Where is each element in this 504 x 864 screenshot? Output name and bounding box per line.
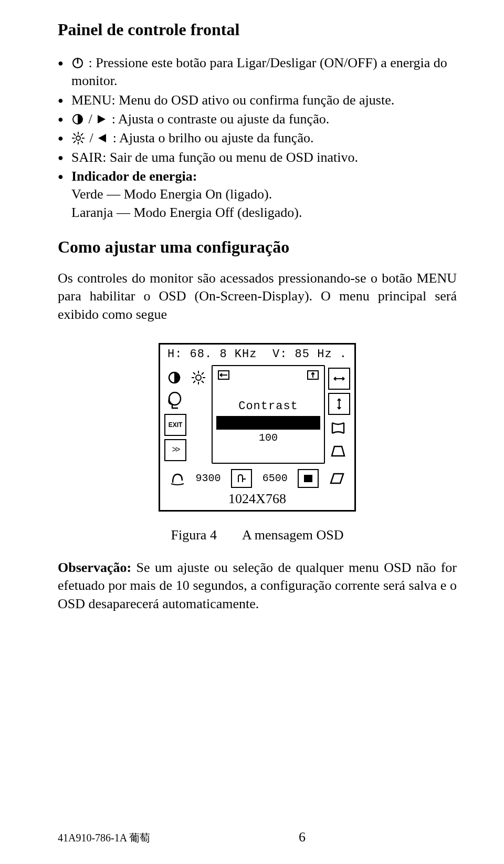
- osd-center-value: 100: [259, 432, 278, 444]
- hpos-icon: [217, 369, 230, 381]
- page-footer: 41A910-786-1A 葡萄 6 .: [58, 829, 457, 845]
- caption-right: A mensagem OSD: [242, 527, 344, 543]
- exit-icon: EXIT: [164, 414, 186, 436]
- bullet-bold: Indicador de energia:: [71, 169, 197, 184]
- play-left-icon: [97, 132, 108, 144]
- osd-panel: H: 68. 8 KHz V: 85 Hz . EXIT >>: [159, 343, 356, 512]
- caption-left: Figura 4: [171, 527, 217, 543]
- osd-left-column: EXIT >>: [163, 364, 187, 465]
- paragraph-observation: Observação: Se um ajuste ou seleção de q…: [58, 559, 457, 613]
- bullet-item: ● MENU: Menu do OSD ativo ou confirma fu…: [58, 91, 457, 109]
- osd-v-label: V: 85 Hz .: [272, 348, 347, 361]
- svg-line-9: [81, 141, 83, 143]
- osd-slider: [216, 416, 320, 430]
- vsize-icon: [328, 393, 350, 415]
- figure-osd: H: 68. 8 KHz V: 85 Hz . EXIT >>: [58, 343, 457, 512]
- paragraph-intro: Os controles do monitor são acessados pr…: [58, 269, 457, 324]
- bullet-line: Verde — Modo Energia On (ligado).: [71, 186, 272, 202]
- svg-line-11: [74, 141, 76, 143]
- bullet-item: ● / : Ajusta o contraste ou ajuste da fu…: [58, 110, 457, 128]
- bullet-dot: ●: [58, 91, 71, 109]
- bullet-item: ● SAIR: Sair de uma função ou menu de OS…: [58, 149, 457, 166]
- bullet-item: ● : Pressione este botão para Ligar/Desl…: [58, 54, 457, 90]
- observation-label: Observação:: [58, 560, 131, 575]
- contrast-icon: [164, 368, 184, 388]
- play-right-icon: [96, 113, 107, 125]
- bullet-line: Laranja — Modo Energia Off (desligado).: [71, 205, 302, 220]
- bullet-text: : Pressione este botão para Ligar/Deslig…: [71, 55, 447, 88]
- svg-point-13: [169, 392, 181, 405]
- bullet-dot: ●: [58, 129, 71, 147]
- bullet-dot: ●: [58, 110, 71, 128]
- bullet-dot: ●: [58, 54, 71, 72]
- vpos-icon: [306, 369, 320, 381]
- trapezoid-icon: [328, 441, 348, 461]
- power-icon: [71, 57, 84, 69]
- svg-rect-29: [304, 475, 312, 482]
- svg-point-14: [196, 375, 201, 380]
- bullet-text: MENU: Menu do OSD ativo ou confirma funç…: [71, 91, 457, 109]
- page-number: 6: [299, 829, 306, 845]
- bullet-text: : Ajusta o contraste ou ajuste da função…: [108, 111, 329, 127]
- osd-right-column: [327, 364, 351, 465]
- footer-left: 41A910-786-1A 葡萄: [58, 831, 150, 845]
- bullet-text: SAIR: Sair de uma função ou menu de OSD …: [71, 149, 457, 166]
- hsize-icon: [328, 368, 350, 390]
- heading-front-panel: Painel de controle frontal: [58, 20, 457, 39]
- color-box-icon: [298, 469, 319, 488]
- pincushion-icon: [328, 418, 348, 438]
- osd-6500: 6500: [262, 472, 288, 484]
- osd-left-column-2: [187, 364, 209, 465]
- svg-line-10: [81, 133, 83, 136]
- brightness-icon: [71, 131, 85, 145]
- svg-point-3: [76, 136, 80, 140]
- heading-how-to-adjust: Como ajustar uma configuração: [58, 237, 457, 257]
- svg-line-21: [202, 372, 204, 374]
- osd-center: Contrast 100: [212, 365, 325, 464]
- double-arrow-icon: >>: [164, 439, 186, 461]
- osd-9300: 9300: [195, 472, 220, 484]
- osd-resolution: 1024X768: [160, 490, 354, 510]
- svg-line-8: [74, 133, 76, 136]
- osd-center-label: Contrast: [238, 400, 298, 413]
- head-icon: [164, 391, 184, 411]
- degauss-icon: [170, 471, 185, 486]
- figure-caption: Figura 4A mensagem OSD: [58, 527, 457, 543]
- parallelogram-icon: [329, 472, 345, 485]
- bullet-item: ● / : Ajusta o brilho ou ajuste da funçã…: [58, 129, 457, 147]
- bullet-list: ● : Pressione este botão para Ligar/Desl…: [58, 54, 457, 222]
- brightness-icon: [188, 368, 208, 388]
- svg-line-19: [193, 372, 195, 374]
- bullet-item: ● Indicador de energia: Verde — Modo Ene…: [58, 168, 457, 222]
- contrast-icon: [71, 113, 84, 126]
- bullet-dot: ●: [58, 168, 71, 185]
- svg-line-20: [202, 381, 204, 383]
- osd-h-label: H: 68. 8 KHz: [167, 348, 257, 361]
- bullet-dot: ●: [58, 149, 71, 166]
- color-temp-icon: [231, 469, 252, 488]
- osd-bottom-row: 9300 6500: [160, 467, 354, 490]
- svg-line-22: [193, 381, 195, 383]
- document-page: Painel de controle frontal ● : Pressione…: [0, 0, 504, 864]
- bullet-text: : Ajusta o brilho ou ajuste da função.: [109, 130, 313, 145]
